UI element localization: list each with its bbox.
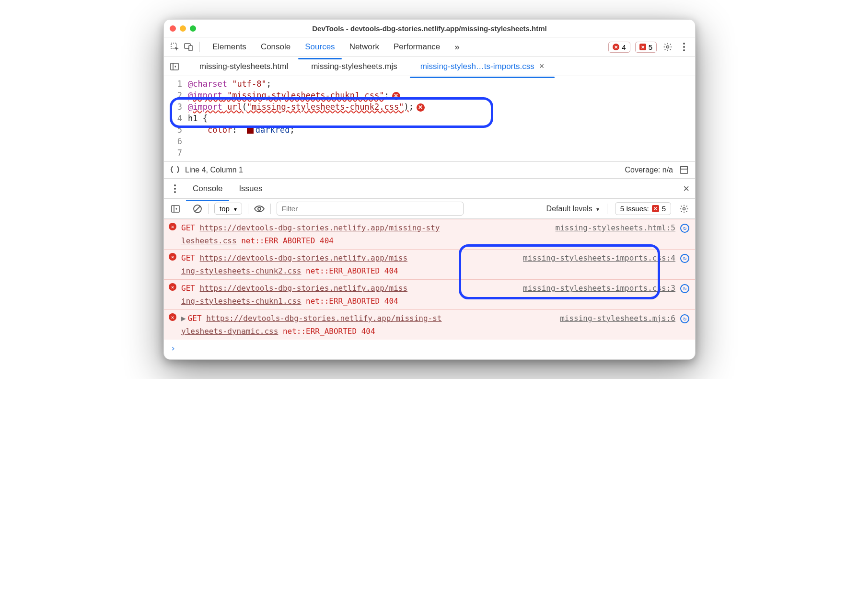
error-marker-icon[interactable]: ✕ (392, 92, 400, 100)
replay-xhr-icon[interactable]: ↻ (680, 314, 689, 323)
request-url[interactable]: https://devtools-dbg-stories.netlify.app… (200, 223, 440, 232)
more-menu-icon[interactable] (679, 42, 689, 52)
console-prompt[interactable]: › (164, 340, 695, 357)
close-drawer-icon[interactable]: × (683, 183, 689, 195)
replay-xhr-icon[interactable]: ↻ (680, 254, 689, 263)
source-link[interactable]: missing-stylesheets.mjs:6 (560, 314, 675, 323)
file-tab-mjs[interactable]: missing-stylesheets.mjs (301, 58, 408, 75)
tab-console[interactable]: Console (254, 38, 297, 56)
line-number[interactable]: 3 (164, 101, 182, 113)
tab-performance[interactable]: Performance (387, 38, 447, 56)
line-number[interactable]: 7 (164, 147, 182, 159)
close-window-button[interactable] (170, 25, 176, 32)
svg-point-10 (174, 184, 176, 186)
separator (208, 204, 209, 214)
chevron-down-icon (232, 205, 237, 213)
request-url[interactable]: https://devtools-dbg-stories.netlify.app… (200, 284, 407, 293)
source-link[interactable]: missing-stylesheets-imports.css:3 (523, 284, 675, 293)
panel-tabs: Elements Console Sources Network Perform… (206, 38, 466, 56)
code-line[interactable]: h1 { (188, 113, 695, 124)
svg-point-5 (683, 46, 685, 48)
console-error-message[interactable]: ✕GET https://devtools-dbg-stories.netlif… (164, 279, 695, 309)
coverage-label: Coverage: n/a (625, 166, 673, 174)
error-icon: ✕ (169, 223, 176, 230)
code-line[interactable]: color: darkred; (188, 124, 695, 136)
clear-console-icon[interactable] (193, 204, 202, 214)
color-swatch[interactable] (247, 127, 254, 134)
svg-point-12 (174, 191, 176, 193)
request-url[interactable]: ing-stylesheets-chunk2.css (181, 266, 301, 275)
line-number[interactable]: 4 (164, 113, 182, 124)
source-editor[interactable]: 1234567 @charset "utf-8";@import "missin… (164, 76, 695, 161)
svg-point-11 (174, 188, 176, 190)
separator (248, 204, 248, 214)
context-selector[interactable]: top (214, 203, 242, 215)
line-number[interactable]: 6 (164, 136, 182, 147)
pretty-print-icon[interactable] (170, 166, 180, 174)
file-tabs: missing-stylesheets.html missing-stylesh… (164, 57, 695, 76)
drawer-tabs: Console Issues × (164, 179, 695, 199)
separator (199, 42, 200, 52)
tab-network[interactable]: Network (343, 38, 386, 56)
svg-point-6 (683, 49, 685, 51)
show-navigator-icon[interactable] (169, 61, 180, 72)
line-number[interactable]: 5 (164, 124, 182, 136)
line-gutter: 1234567 (164, 78, 188, 159)
settings-icon[interactable] (662, 42, 673, 52)
file-tab-css[interactable]: missing-stylesh…ts-imports.css × (410, 57, 555, 75)
console-error-message[interactable]: ✕▶GET https://devtools-dbg-stories.netli… (164, 309, 695, 340)
replay-xhr-icon[interactable]: ↻ (680, 224, 689, 233)
show-console-sidebar-icon[interactable] (170, 203, 181, 215)
request-url[interactable]: ylesheets-dynamic.css (181, 327, 278, 336)
device-toolbar-icon[interactable] (183, 42, 194, 52)
issues-button[interactable]: 5 Issues: ✕ 5 (615, 202, 671, 215)
file-tab-html[interactable]: missing-stylesheets.html (189, 58, 299, 75)
error-icon: ✕ (169, 283, 176, 291)
code-line[interactable]: @import url("missing-stylesheets-chunk2.… (188, 101, 695, 113)
request-url[interactable]: https://devtools-dbg-stories.netlify.app… (200, 253, 407, 262)
tab-elements[interactable]: Elements (206, 38, 253, 56)
live-expression-icon[interactable] (254, 205, 265, 213)
issue-icon: ✕ (639, 44, 646, 50)
error-marker-icon[interactable]: ✕ (417, 103, 425, 112)
errors-badge[interactable]: ✕ 4 (608, 42, 630, 53)
console-error-message[interactable]: ✕GET https://devtools-dbg-stories.netlif… (164, 249, 695, 279)
minimize-window-button[interactable] (180, 25, 186, 32)
inspect-element-icon[interactable] (170, 42, 180, 52)
replay-xhr-icon[interactable]: ↻ (680, 284, 689, 293)
tab-sources[interactable]: Sources (298, 38, 341, 56)
console-body: ✕GET https://devtools-dbg-stories.netlif… (164, 219, 695, 359)
request-url[interactable]: https://devtools-dbg-stories.netlify.app… (206, 314, 441, 323)
source-link[interactable]: missing-stylesheets-imports.css:4 (523, 253, 675, 262)
error-icon: ✕ (169, 313, 176, 321)
request-url[interactable]: lesheets.css (181, 236, 237, 245)
maximize-window-button[interactable] (190, 25, 196, 32)
drawer-more-icon[interactable] (170, 183, 180, 194)
source-link[interactable]: missing-stylesheets.html:5 (556, 223, 675, 232)
drawer-tab-console[interactable]: Console (186, 180, 229, 197)
svg-point-16 (683, 207, 685, 210)
svg-rect-8 (681, 167, 687, 173)
console-filter-input[interactable] (277, 202, 464, 216)
editor-statusbar: Line 4, Column 1 Coverage: n/a (164, 161, 695, 179)
close-tab-icon[interactable]: × (539, 61, 545, 71)
svg-rect-2 (189, 46, 192, 51)
issues-badge[interactable]: ✕ 5 (635, 42, 657, 53)
code-line[interactable]: @import "missing-stylesheets-chukn1.css"… (188, 90, 695, 101)
expand-icon[interactable]: ▶ (181, 314, 186, 323)
coverage-toggle-icon[interactable] (679, 166, 689, 174)
drawer-tab-issues[interactable]: Issues (232, 180, 269, 197)
svg-point-15 (258, 207, 261, 210)
chevron-down-icon (595, 205, 599, 213)
code-line[interactable]: @charset "utf-8"; (188, 78, 695, 90)
console-toolbar: top Default levels 5 Issues: ✕ 5 (164, 199, 695, 219)
console-error-message[interactable]: ✕GET https://devtools-dbg-stories.netlif… (164, 219, 695, 249)
code-area[interactable]: @charset "utf-8";@import "missing-styles… (188, 78, 695, 159)
line-number[interactable]: 2 (164, 90, 182, 101)
console-settings-icon[interactable] (679, 204, 689, 214)
line-number[interactable]: 1 (164, 78, 182, 90)
more-panels-button[interactable]: » (448, 38, 466, 56)
request-url[interactable]: ing-stylesheets-chukn1.css (181, 297, 301, 306)
main-toolbar: Elements Console Sources Network Perform… (164, 37, 695, 57)
log-levels-selector[interactable]: Default levels (546, 205, 599, 213)
